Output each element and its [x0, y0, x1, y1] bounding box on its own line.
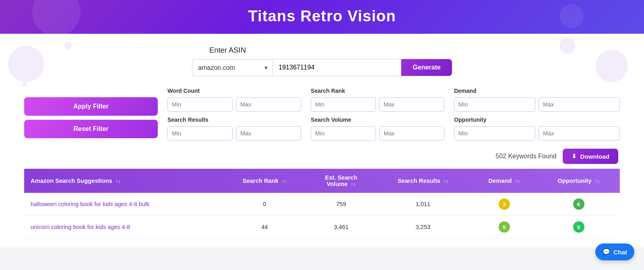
cell-demand: 5: [471, 216, 537, 239]
keywords-row: 502 Keywords Found ⬇ Download: [24, 149, 620, 164]
asin-input[interactable]: [272, 59, 401, 76]
search-rank-min[interactable]: [311, 97, 376, 112]
chat-icon: 💬: [603, 248, 610, 256]
word-count-label: Word Count: [167, 88, 301, 94]
cell-search-results: 1,011: [375, 193, 471, 216]
main-content: Enter ASIN amazon.com amazon.co.uk amazo…: [0, 34, 644, 247]
filter-group-word-count: Word Count: [167, 88, 301, 112]
search-results-inputs: [167, 126, 301, 141]
download-button[interactable]: ⬇ Download: [563, 149, 618, 164]
table-row: halloween coloring book for kids ages 4-…: [24, 193, 620, 216]
decor-circle-2: [64, 42, 72, 49]
keywords-found-text: 502 Keywords Found: [495, 153, 556, 160]
filter-group-opportunity: Opportunity: [454, 117, 620, 141]
filter-group-demand: Demand: [454, 88, 620, 112]
col-search-rank[interactable]: Search Rank ↑↓: [222, 169, 307, 193]
table-header-row: Amazon Search Suggestions ↑↓ Search Rank…: [24, 169, 620, 193]
filter-group-search-results: Search Results: [167, 117, 301, 141]
page-title: Titans Retro Vision: [0, 7, 644, 25]
chat-button[interactable]: 💬 Chat: [595, 243, 634, 260]
generate-button[interactable]: Generate: [401, 59, 452, 76]
word-count-min[interactable]: [167, 97, 233, 112]
demand-inputs: [454, 97, 620, 112]
sort-arrows-volume: ↑↓: [351, 182, 356, 187]
opportunity-label: Opportunity: [454, 117, 620, 123]
marketplace-select-wrapper[interactable]: amazon.com amazon.co.uk amazon.de amazon…: [192, 59, 272, 76]
search-volume-inputs: [311, 126, 444, 141]
keyword-link[interactable]: unicorn coloring book for kids ages 4-8: [31, 224, 130, 230]
col-est-search-volume[interactable]: Est. SearchVolume ↑↓: [307, 169, 375, 193]
sort-arrows-demand: ↑↓: [515, 178, 520, 184]
filter-buttons: Apply Filter Reset Filter: [24, 88, 158, 138]
search-results-label: Search Results: [167, 117, 301, 123]
filters-section: Word Count Search Rank Demand Apply Fi: [24, 88, 620, 141]
app-header: Titans Retro Vision: [0, 0, 644, 34]
cell-search-rank: 44: [222, 216, 307, 239]
cell-keyword: unicorn coloring book for kids ages 4-8: [24, 216, 222, 239]
cell-demand: 3: [471, 193, 537, 216]
table-body: halloween coloring book for kids ages 4-…: [24, 193, 620, 239]
opportunity-max[interactable]: [539, 126, 620, 141]
opportunity-inputs: [454, 126, 620, 141]
asin-section: Enter ASIN amazon.com amazon.co.uk amazo…: [24, 46, 620, 76]
decor-circle-3: [22, 82, 27, 87]
chat-label: Chat: [613, 249, 627, 256]
keywords-table-container: Amazon Search Suggestions ↑↓ Search Rank…: [24, 169, 620, 239]
table-row: unicorn coloring book for kids ages 4-8 …: [24, 216, 620, 239]
reset-filter-button[interactable]: Reset Filter: [24, 120, 158, 138]
search-results-min[interactable]: [167, 126, 233, 141]
word-count-max[interactable]: [236, 97, 301, 112]
cell-est-search-volume: 3,461: [307, 216, 375, 239]
search-rank-inputs: [311, 97, 444, 112]
cell-opportunity: 8: [537, 216, 620, 239]
keyword-link[interactable]: halloween coloring book for kids ages 4-…: [31, 201, 149, 207]
decor-circle-5: [559, 38, 576, 54]
sort-arrows-results: ↑↓: [444, 178, 448, 184]
sort-arrows-opportunity: ↑↓: [595, 178, 600, 184]
apply-filter-button[interactable]: Apply Filter: [24, 97, 158, 116]
demand-badge: 5: [499, 221, 510, 233]
cell-opportunity: 6: [537, 193, 620, 216]
opportunity-min[interactable]: [454, 126, 535, 141]
decor-circle-1: [8, 46, 44, 82]
asin-row: amazon.com amazon.co.uk amazon.de amazon…: [192, 59, 452, 76]
col-search-results[interactable]: Search Results ↑↓: [375, 169, 471, 193]
filter-group-search-rank: Search Rank: [311, 88, 444, 112]
cell-search-rank: 0: [222, 193, 307, 216]
cell-est-search-volume: 759: [307, 193, 375, 216]
sort-arrows-keyword: ↑↓: [116, 178, 120, 184]
demand-max[interactable]: [539, 97, 620, 112]
download-icon: ⬇: [572, 153, 577, 160]
marketplace-select[interactable]: amazon.com amazon.co.uk amazon.de amazon…: [192, 59, 272, 76]
download-label: Download: [580, 153, 609, 160]
col-demand[interactable]: Demand ↑↓: [471, 169, 537, 193]
search-rank-max[interactable]: [379, 97, 444, 112]
asin-label: Enter ASIN: [209, 46, 246, 55]
col-opportunity[interactable]: Opportunity ↑↓: [537, 169, 620, 193]
search-volume-min[interactable]: [311, 126, 376, 141]
demand-min[interactable]: [454, 97, 535, 112]
sort-arrows-rank: ↑↓: [282, 178, 287, 184]
cell-keyword: halloween coloring book for kids ages 4-…: [24, 193, 222, 216]
col-keyword[interactable]: Amazon Search Suggestions ↑↓: [24, 169, 222, 193]
opportunity-badge: 8: [573, 221, 584, 233]
cell-search-results: 3,253: [375, 216, 471, 239]
search-results-max[interactable]: [236, 126, 301, 141]
keywords-table: Amazon Search Suggestions ↑↓ Search Rank…: [24, 169, 620, 239]
demand-badge: 3: [499, 198, 510, 210]
filter-group-search-volume: Search Volume: [311, 117, 444, 141]
decor-circle-4: [596, 50, 628, 82]
demand-label: Demand: [454, 88, 620, 94]
search-volume-max[interactable]: [379, 126, 444, 141]
search-rank-label: Search Rank: [311, 88, 444, 94]
opportunity-badge: 6: [573, 198, 584, 210]
table-header: Amazon Search Suggestions ↑↓ Search Rank…: [24, 169, 620, 193]
search-volume-label: Search Volume: [311, 117, 444, 123]
word-count-inputs: [167, 97, 301, 112]
